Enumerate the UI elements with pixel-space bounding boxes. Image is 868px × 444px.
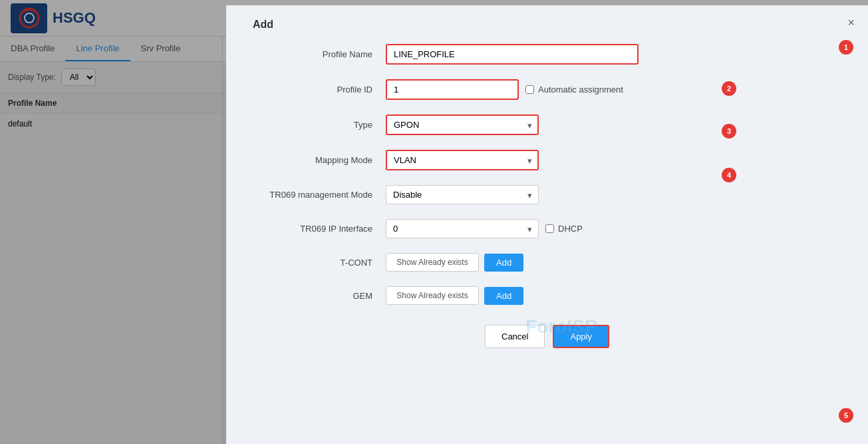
badge-1: 1 [839,40,853,55]
auto-assignment-label: Automatic assignment [525,85,623,95]
badge-2: 2 [722,81,736,96]
apply-button[interactable]: Apply [553,325,609,348]
mapping-mode-row: Mapping Mode VLAN GEM Port Priority Queu… [253,150,841,170]
modal: Add × 1 2 3 4 5 Profile Name Profile ID … [226,5,868,444]
type-select-wrapper: GPON EPON XGS-PON [386,114,539,135]
dhcp-checkbox[interactable] [545,224,554,233]
tcont-label: T-CONT [253,258,386,268]
gem-label: GEM [253,291,386,301]
badge-4: 4 [722,168,736,182]
gem-add-button[interactable]: Add [484,287,523,305]
tr069-mode-label: TR069 management Mode [253,190,386,200]
tr069-mode-select[interactable]: Disable Enable [386,185,539,204]
profile-id-label: Profile ID [253,85,386,95]
tr069-mode-select-wrapper: Disable Enable [386,185,539,204]
badge-5: 5 [839,408,853,423]
gem-show-already[interactable]: Show Already exists [386,286,479,305]
modal-title: Add [253,19,841,31]
tcont-row: T-CONT Show Already exists Add [253,253,841,272]
type-select[interactable]: GPON EPON XGS-PON [386,114,539,135]
gem-row: GEM Show Already exists Add [253,286,841,305]
profile-name-input[interactable] [386,44,639,65]
modal-close-button[interactable]: × [847,16,855,30]
profile-id-input[interactable] [386,79,519,100]
tr069-ip-label: TR069 IP Interface [253,224,386,234]
badge-3: 3 [722,124,736,138]
profile-name-label: Profile Name [253,49,386,59]
profile-name-row: Profile Name [253,44,841,65]
mapping-mode-select[interactable]: VLAN GEM Port Priority Queue [386,150,539,170]
auto-assignment-checkbox[interactable] [525,85,534,94]
cancel-button[interactable]: Cancel [485,325,545,348]
tr069-ip-select-wrapper: 0 [386,219,539,238]
tr069-mode-row: TR069 management Mode Disable Enable [253,185,841,204]
tr069-ip-row: TR069 IP Interface 0 DHCP [253,219,841,238]
dhcp-label: DHCP [545,224,583,234]
tcont-add-button[interactable]: Add [484,254,523,272]
modal-footer: Cancel Apply [253,325,841,348]
type-label: Type [253,120,386,130]
tr069-ip-select[interactable]: 0 [386,219,539,238]
tcont-show-already[interactable]: Show Already exists [386,253,479,272]
mapping-mode-select-wrapper: VLAN GEM Port Priority Queue [386,150,539,170]
profile-id-row: Profile ID Automatic assignment [253,79,841,100]
type-row: Type GPON EPON XGS-PON [253,114,841,135]
mapping-mode-label: Mapping Mode [253,155,386,165]
